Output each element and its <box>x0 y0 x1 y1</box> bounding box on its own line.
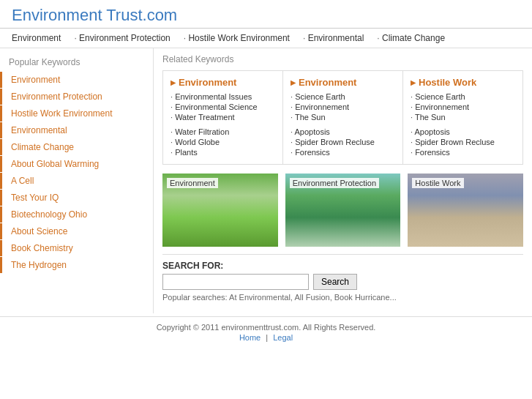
related-link-water-treatment[interactable]: Water Treatment <box>171 113 275 122</box>
sidebar-item-biotech-ohio[interactable]: Biotechnology Ohio <box>0 206 153 223</box>
related-col-2-title: Environment <box>291 77 395 88</box>
nav-item-climate[interactable]: Climate Change <box>377 33 445 43</box>
related-link-forensics-1[interactable]: Forensics <box>291 148 395 157</box>
image-grid: Environment Environment Protection Hosti… <box>162 174 523 247</box>
related-col-3: Hostile Work Science Earth Environnement… <box>403 71 522 164</box>
nav-item-hostile[interactable]: Hostile Work Environment <box>184 33 290 43</box>
related-link-plants[interactable]: Plants <box>171 148 275 157</box>
related-link-environnement-1[interactable]: Environnement <box>291 102 395 111</box>
sidebar-item-global-warming[interactable]: About Global Warming <box>0 156 153 172</box>
nav-item-environmental[interactable]: Environmental <box>303 33 364 43</box>
top-nav: Environment Environment Protection Hosti… <box>0 29 532 48</box>
related-link-environnement-2[interactable]: Environnement <box>411 102 515 111</box>
related-link-spider-2[interactable]: Spider Brown Recluse <box>411 138 515 146</box>
search-label: SEARCH FOR: <box>162 261 523 271</box>
main-content: Popular Keywords Environment Environment… <box>0 48 532 313</box>
sidebar-item-env-protection[interactable]: Environment Protection <box>0 89 153 105</box>
related-link-apoptosis-1[interactable]: Apoptosis <box>291 127 395 136</box>
nav-item-env-protection[interactable]: Environment Protection <box>74 33 170 43</box>
related-link-env-issues[interactable]: Environmental Issues <box>171 92 275 101</box>
related-link-water-filtration[interactable]: Water Filtration <box>171 127 275 136</box>
sidebar: Popular Keywords Environment Environment… <box>0 48 154 313</box>
image-card-hostile-label: Hostile Work <box>412 178 463 188</box>
sidebar-item-book-chemistry[interactable]: Book Chemistry <box>0 240 153 256</box>
related-link-apoptosis-2[interactable]: Apoptosis <box>411 127 515 136</box>
related-col-2: Environment Science Earth Environnement … <box>283 71 403 164</box>
search-button[interactable]: Search <box>313 274 357 290</box>
related-keywords-grid: Environment Environmental Issues Environ… <box>162 70 523 165</box>
footer-links: Home | Legal <box>6 333 526 342</box>
content-area: Related Keywords Environment Environment… <box>154 48 532 313</box>
footer-copyright: Copyright © 2011 environmenttrust.com. A… <box>6 323 526 332</box>
image-card-env-protection[interactable]: Environment Protection <box>285 174 401 247</box>
popular-searches: Popular searches: At Environmental, All … <box>162 293 523 302</box>
search-row: Search <box>162 274 523 290</box>
site-title: Environment Trust.com <box>12 6 520 25</box>
sidebar-item-environment[interactable]: Environment <box>0 72 153 88</box>
related-link-science-earth-2[interactable]: Science Earth <box>411 92 515 101</box>
sidebar-item-hostile-work[interactable]: Hostile Work Environment <box>0 105 153 122</box>
related-keywords-header: Related Keywords <box>162 54 523 64</box>
sidebar-item-climate-change[interactable]: Climate Change <box>0 139 153 155</box>
sidebar-item-environmental[interactable]: Environmental <box>0 122 153 138</box>
related-link-world-globe[interactable]: World Globe <box>171 138 275 146</box>
related-link-sun-1[interactable]: The Sun <box>291 113 395 122</box>
search-input[interactable] <box>162 274 309 290</box>
footer: Copyright © 2011 environmenttrust.com. A… <box>0 316 532 348</box>
sidebar-item-test-iq[interactable]: Test Your IQ <box>0 190 153 206</box>
related-link-env-science[interactable]: Environmental Science <box>171 102 275 111</box>
image-card-hostile[interactable]: Hostile Work <box>408 174 523 247</box>
sidebar-header: Popular Keywords <box>0 54 153 72</box>
related-col-1: Environment Environmental Issues Environ… <box>163 71 283 164</box>
footer-link-home[interactable]: Home <box>239 333 261 342</box>
related-link-spider-1[interactable]: Spider Brown Recluse <box>291 138 395 146</box>
related-col-3-title: Hostile Work <box>411 77 515 88</box>
related-link-sun-2[interactable]: The Sun <box>411 113 515 122</box>
related-link-science-earth-1[interactable]: Science Earth <box>291 92 395 101</box>
nav-item-environment[interactable]: Environment <box>12 33 61 43</box>
image-card-environment[interactable]: Environment <box>162 174 278 247</box>
sidebar-item-about-science[interactable]: About Science <box>0 223 153 239</box>
related-link-forensics-2[interactable]: Forensics <box>411 148 515 157</box>
footer-link-legal[interactable]: Legal <box>273 333 293 342</box>
image-card-env-protection-label: Environment Protection <box>290 178 379 188</box>
sidebar-item-a-cell[interactable]: A Cell <box>0 173 153 189</box>
related-col-1-title: Environment <box>171 77 275 88</box>
search-section: SEARCH FOR: Search Popular searches: At … <box>162 254 523 307</box>
sidebar-item-the-hydrogen[interactable]: The Hydrogen <box>0 257 153 273</box>
header: Environment Trust.com <box>0 0 532 29</box>
image-card-environment-label: Environment <box>167 178 218 188</box>
